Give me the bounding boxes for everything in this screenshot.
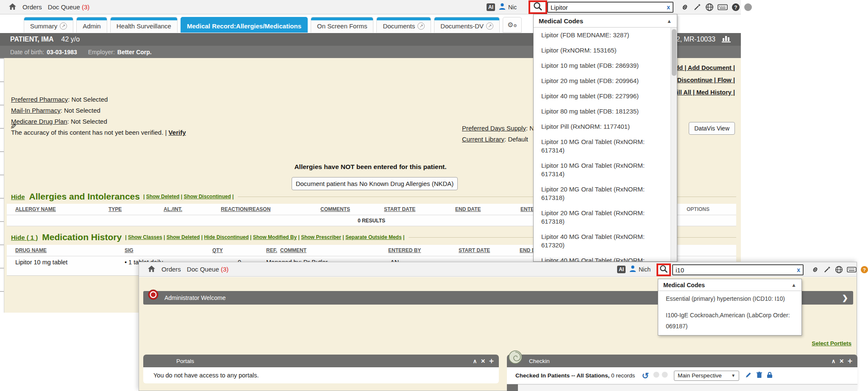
clear-search-icon[interactable]: x xyxy=(797,266,800,273)
separate-outside-meds-link[interactable]: Separate Outside Meds xyxy=(345,234,402,240)
nkda-button[interactable]: Document patient has No Known Drug Aller… xyxy=(292,177,458,190)
tab-health-surveillance[interactable]: Health Surveillance xyxy=(110,17,178,33)
show-prescriber-link[interactable]: Show Prescriber xyxy=(301,234,341,240)
col-al-int[interactable]: AL./INT. xyxy=(164,206,182,212)
profile-circle-icon[interactable] xyxy=(744,3,752,11)
refresh-icon[interactable]: ↺ xyxy=(642,371,649,381)
dropdown-item[interactable]: Lipitor 10 MG Oral Tablet (RxNORM: 61731… xyxy=(534,158,677,182)
preferred-days-supply-link[interactable]: Preferred Days Supply xyxy=(462,125,526,132)
medicare-plan-link[interactable]: Medicare Drug Plan xyxy=(11,118,67,125)
col-type[interactable]: TYPE xyxy=(108,206,122,212)
ai-badge[interactable]: AI xyxy=(487,3,495,11)
show-deleted-link[interactable]: Show Deleted xyxy=(146,194,180,200)
select-portlets-link[interactable]: Select Portlets xyxy=(812,339,851,347)
search-input-2[interactable]: i10 x xyxy=(672,264,804,275)
show-deleted-link[interactable]: Show Deleted xyxy=(167,234,200,240)
medications-hide-link[interactable]: Hide ( 1 ) xyxy=(11,234,38,241)
dropdown-item[interactable]: Lipitor 40 MG Oral Tablet (RxNORM: 61732… xyxy=(534,253,677,262)
verify-link[interactable]: Verify xyxy=(169,129,186,136)
close-icon[interactable]: ✕ xyxy=(839,358,844,364)
collapse-arrow-icon[interactable]: ▲ xyxy=(667,18,672,24)
search-input-1[interactable]: Lipitor x xyxy=(547,2,673,13)
tab-settings-gear-icon[interactable]: ⚙⚙ xyxy=(503,17,522,33)
col-reaction[interactable]: REACTION/REASON xyxy=(221,206,270,212)
dropdown-item[interactable]: Lipitor 10 MG Oral Tablet (RxNORM: 61731… xyxy=(534,134,677,158)
wand-icon[interactable] xyxy=(693,3,701,11)
col-start-date[interactable]: START DATE xyxy=(384,206,415,212)
allergies-hide-link[interactable]: Hide xyxy=(11,193,25,200)
chart-icon[interactable] xyxy=(721,34,732,44)
clear-search-icon[interactable]: x xyxy=(667,4,670,11)
help-icon[interactable]: ? xyxy=(732,3,740,11)
tab-admin[interactable]: Admin xyxy=(76,17,107,33)
col-drug-name[interactable]: DRUG NAME xyxy=(15,247,47,253)
nav-doc-queue[interactable]: Doc Queue (3) xyxy=(48,3,89,11)
dropdown-scrollbar[interactable] xyxy=(670,28,677,262)
edit-pencil-icon[interactable] xyxy=(745,372,752,380)
globe-icon[interactable] xyxy=(835,266,843,274)
mailin-pharmacy-link[interactable]: Mail-In Pharmacy xyxy=(11,107,61,114)
dropdown-item[interactable]: Lipitor (RxNORM: 153165) xyxy=(534,43,677,58)
dropdown-item[interactable]: Lipitor (FDB MEDNAME: 3287) xyxy=(534,28,677,43)
col-start-date[interactable]: START DATE xyxy=(459,247,490,253)
move-icon[interactable]: ✛ xyxy=(848,358,852,364)
show-discontinued-link[interactable]: Show Discontinued xyxy=(184,194,231,200)
search-icon[interactable] xyxy=(659,265,668,275)
dropdown-item[interactable]: Lipitor 20 MG Oral Tablet (RxNORM: 61731… xyxy=(534,205,677,229)
nav-orders[interactable]: Orders xyxy=(161,266,181,273)
home-icon[interactable] xyxy=(147,265,156,274)
dropdown-item[interactable]: Lipitor 20 MG Oral Tablet (RxNORM: 61731… xyxy=(534,182,677,205)
col-end-date[interactable]: END DATE xyxy=(455,206,481,212)
collapse-arrow-icon[interactable]: ▲ xyxy=(791,282,796,288)
tab-summary[interactable]: Summary↗ xyxy=(24,17,73,33)
show-modified-by-link[interactable]: Show Modified By xyxy=(253,234,297,240)
dropdown-header[interactable]: Medical Codes▲ xyxy=(658,279,801,291)
preferred-pharmacy-link[interactable]: Preferred Pharmacy xyxy=(11,96,68,103)
col-comments[interactable]: COMMENTS xyxy=(320,206,350,212)
dropdown-header[interactable]: Medical Codes▲ xyxy=(534,14,677,28)
move-icon[interactable]: ✛ xyxy=(489,358,494,364)
keyboard-icon[interactable] xyxy=(847,266,857,273)
tab-on-screen-forms[interactable]: On Screen Forms xyxy=(311,17,373,33)
col-sig[interactable]: SIG xyxy=(125,247,134,253)
ai-badge[interactable]: AI xyxy=(617,266,626,273)
current-library-link[interactable]: Current Library xyxy=(462,136,504,143)
hide-discontinued-link[interactable]: Hide Discontinued xyxy=(204,234,248,240)
dropdown-item[interactable]: Lipitor 40 mg tablet (FDB: 227996) xyxy=(534,89,677,104)
link-icon[interactable] xyxy=(811,266,819,274)
col-qty[interactable]: QTY xyxy=(212,247,223,253)
show-classes-link[interactable]: Show Classes xyxy=(128,234,162,240)
dropdown-item[interactable]: Essential (primary) hypertension (ICD10:… xyxy=(658,291,801,306)
collapse-icon[interactable]: ∧ xyxy=(473,358,477,364)
col-ref[interactable]: REF. xyxy=(266,247,277,253)
col-allergy-name[interactable]: ALLERGY NAME xyxy=(15,206,56,212)
perspective-select[interactable]: Main Perspective▼ xyxy=(674,371,739,381)
tab-documents-dv[interactable]: Documents-DV↗ xyxy=(434,17,500,33)
link-icon[interactable] xyxy=(681,3,689,11)
globe-icon[interactable] xyxy=(705,3,714,11)
dropdown-item[interactable]: Lipitor 10 mg tablet (FDB: 286939) xyxy=(534,58,677,73)
tab-documents[interactable]: Documents↗ xyxy=(376,17,431,33)
wand-icon[interactable] xyxy=(823,266,831,274)
datavis-view-button[interactable]: DataVis View xyxy=(689,122,735,135)
trash-icon[interactable] xyxy=(756,372,762,380)
dropdown-item[interactable]: Lipitor 20 mg tablet (FDB: 209964) xyxy=(534,73,677,89)
help-icon[interactable]: ? xyxy=(860,266,868,274)
portals-header[interactable]: Portals ∧ ✕ ✛ xyxy=(143,355,499,367)
dropdown-item[interactable]: Lipitor 80 mg tablet (FDB: 181235) xyxy=(534,104,677,119)
dropdown-item[interactable]: Lipitor Pill (RxNORM: 1177401) xyxy=(534,119,677,134)
dropdown-item[interactable]: I100-IgE Cockroach,American (LabCorp Ord… xyxy=(658,306,801,335)
tab-medical-record-allergies-medications[interactable]: Medical Record:Allergies/Medications xyxy=(181,17,308,33)
dropdown-item[interactable]: Lipitor 40 MG Oral Tablet (RxNORM: 61732… xyxy=(534,229,677,253)
close-icon[interactable]: ✕ xyxy=(481,358,485,364)
lock-icon[interactable] xyxy=(767,372,773,380)
search-icon[interactable] xyxy=(533,2,542,13)
nav-orders[interactable]: Orders xyxy=(22,3,42,11)
checkin-header[interactable]: Checkin ∧ ✕ ✛ xyxy=(507,355,857,367)
col-comment[interactable]: COMMENT xyxy=(280,247,306,253)
keyboard-icon[interactable] xyxy=(718,3,728,11)
col-entered-by[interactable]: ENTERED BY xyxy=(388,247,421,253)
collapse-icon[interactable]: ∧ xyxy=(832,358,836,364)
edit-pencil-icon[interactable]: ✎ xyxy=(10,122,17,131)
nav-doc-queue[interactable]: Doc Queue (3) xyxy=(187,266,228,273)
